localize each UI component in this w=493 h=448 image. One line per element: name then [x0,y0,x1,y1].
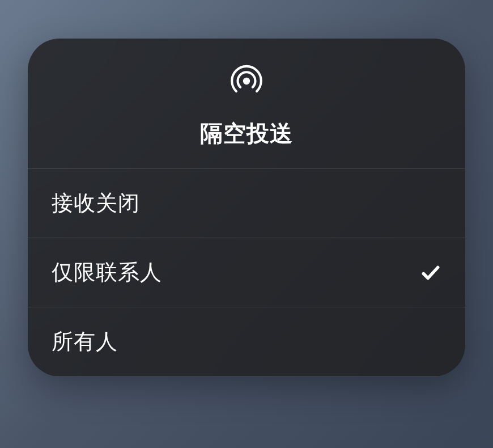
panel-header: 隔空投送 [28,39,465,169]
options-list: 接收关闭 仅限联系人 所有人 [28,169,465,377]
airdrop-panel: 隔空投送 接收关闭 仅限联系人 所有人 [28,39,465,377]
checkmark-icon [420,262,441,284]
panel-title: 隔空投送 [200,118,293,149]
option-label: 接收关闭 [52,189,140,218]
option-label: 仅限联系人 [52,258,162,287]
svg-point-0 [243,78,250,84]
option-contacts-only[interactable]: 仅限联系人 [28,238,465,307]
airdrop-icon [228,62,265,102]
option-label: 所有人 [52,327,118,356]
option-everyone[interactable]: 所有人 [28,307,465,377]
option-receiving-off[interactable]: 接收关闭 [28,169,465,238]
